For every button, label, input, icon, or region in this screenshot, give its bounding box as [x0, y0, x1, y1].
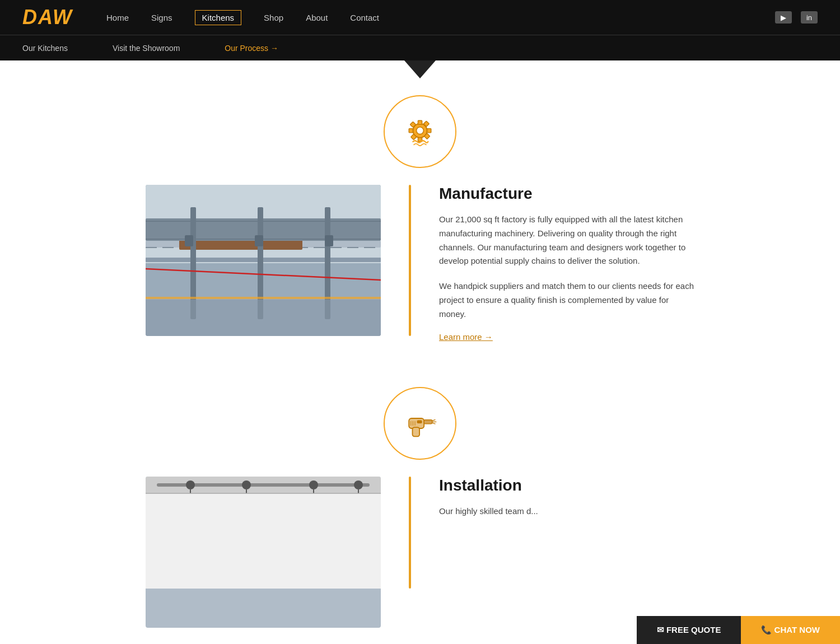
installation-image-svg	[146, 477, 381, 589]
installation-body: Our highly skilled team d...	[439, 505, 694, 519]
site-header: DAW Home Signs Kitchens Shop About Conta…	[0, 0, 840, 35]
manufacture-title: Manufacture	[439, 185, 694, 203]
youtube-icon[interactable]: ▶	[775, 11, 792, 24]
arrow-down-icon	[404, 60, 436, 78]
svg-rect-25	[185, 235, 193, 246]
nav-contact[interactable]: Contact	[350, 13, 379, 22]
nav-home[interactable]: Home	[106, 13, 129, 22]
svg-rect-51	[146, 493, 381, 589]
nav-shop[interactable]: Shop	[264, 13, 283, 22]
manufacture-body-2: We handpick suppliers and match them to …	[439, 279, 694, 321]
drill-icon	[400, 403, 440, 444]
svg-point-47	[309, 480, 318, 489]
subnav-our-process[interactable]: Our Process →	[225, 44, 278, 53]
installation-icon-wrap	[0, 387, 840, 460]
svg-point-1	[417, 127, 424, 134]
subnav-our-kitchens[interactable]: Our Kitchens	[22, 44, 68, 53]
svg-rect-35	[413, 427, 420, 436]
svg-rect-26	[255, 235, 263, 246]
social-icons: ▶ in	[775, 11, 818, 24]
svg-rect-2	[418, 120, 422, 124]
gear-icon	[400, 111, 440, 152]
manufacture-image	[146, 185, 381, 336]
installation-image	[146, 477, 381, 628]
site-logo[interactable]: DAW	[22, 6, 73, 29]
svg-rect-29	[146, 300, 381, 336]
manufacture-text: Manufacture Our 21,000 sq ft factory is …	[439, 185, 694, 342]
installation-section: Installation Our highly skilled team d..…	[112, 477, 728, 628]
main-nav: Home Signs Kitchens Shop About Contact	[106, 10, 775, 25]
manufacture-section: Manufacture Our 21,000 sq ft factory is …	[112, 185, 728, 342]
main-content: Manufacture Our 21,000 sq ft factory is …	[0, 60, 840, 644]
manufacture-learn-more[interactable]: Learn more →	[439, 332, 493, 342]
step-arrow	[0, 60, 840, 90]
chat-now-button[interactable]: 📞 CHAT NOW	[741, 616, 840, 644]
svg-rect-5	[427, 129, 431, 133]
linkedin-icon[interactable]: in	[801, 11, 818, 24]
cta-bar: ✉ FREE QUOTE 📞 CHAT NOW	[637, 616, 840, 644]
nav-signs[interactable]: Signs	[151, 13, 172, 22]
section-divider	[409, 185, 411, 336]
manufacture-body-1: Our 21,000 sq ft factory is fully equipp…	[439, 213, 694, 268]
svg-point-49	[354, 480, 363, 489]
free-quote-button[interactable]: ✉ FREE QUOTE	[637, 616, 741, 644]
factory-image-svg	[146, 185, 381, 336]
svg-rect-4	[409, 129, 413, 133]
installation-title: Installation	[439, 477, 694, 494]
svg-rect-27	[325, 235, 333, 246]
svg-point-43	[186, 480, 195, 489]
manufacture-icon-wrap	[0, 95, 840, 168]
nav-kitchens[interactable]: Kitchens	[195, 10, 242, 25]
svg-line-32	[432, 420, 435, 421]
nav-about[interactable]: About	[306, 13, 328, 22]
installation-section-divider	[409, 477, 411, 589]
manufacture-circle-icon	[384, 95, 456, 168]
sub-nav: Our Kitchens Visit the Showroom Our Proc…	[0, 35, 840, 60]
svg-rect-31	[424, 420, 432, 424]
svg-line-34	[432, 423, 435, 424]
svg-point-45	[242, 480, 251, 489]
installation-circle-icon	[384, 387, 456, 460]
subnav-visit-showroom[interactable]: Visit the Showroom	[113, 44, 180, 53]
svg-rect-39	[417, 421, 422, 423]
svg-rect-24	[146, 297, 381, 299]
installation-text: Installation Our highly skilled team d..…	[439, 477, 694, 530]
